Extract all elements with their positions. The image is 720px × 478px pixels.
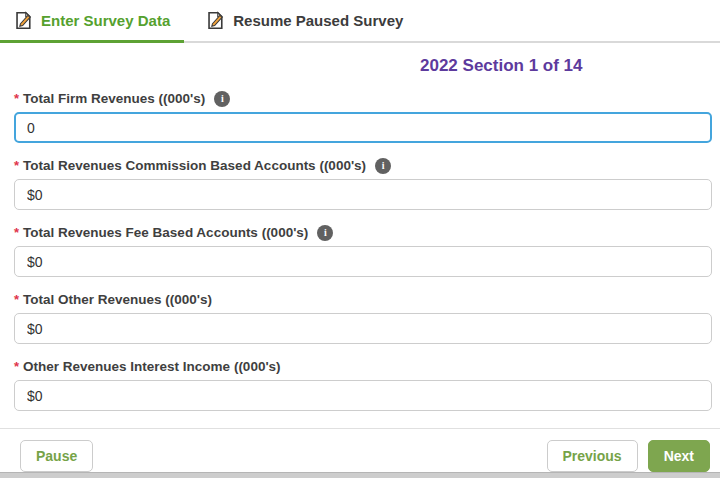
field-label: Total Revenues Commission Based Accounts… bbox=[23, 158, 366, 173]
next-button[interactable]: Next bbox=[648, 440, 710, 472]
section-title: 2022 Section 1 of 14 bbox=[420, 56, 583, 76]
info-icon[interactable]: i bbox=[214, 91, 230, 107]
field-label: Total Revenues Fee Based Accounts ((000'… bbox=[23, 225, 308, 240]
field-label-row: * Total Other Revenues ((000's) bbox=[14, 292, 712, 307]
form-field: * Other Revenues Interest Income ((000's… bbox=[14, 359, 712, 411]
form-field: * Total Firm Revenues ((000's) i bbox=[14, 91, 712, 143]
survey-page: Enter Survey Data Resume Paused Survey 2… bbox=[0, 0, 720, 478]
tab-label: Enter Survey Data bbox=[41, 12, 170, 29]
required-asterisk: * bbox=[14, 292, 19, 307]
edit-document-icon bbox=[206, 11, 225, 30]
required-asterisk: * bbox=[14, 359, 19, 374]
form-field: * Total Revenues Commission Based Accoun… bbox=[14, 158, 712, 210]
info-icon[interactable]: i bbox=[375, 158, 391, 174]
field-input[interactable] bbox=[14, 246, 712, 277]
required-asterisk: * bbox=[14, 225, 19, 240]
footer: Pause Previous Next bbox=[0, 428, 720, 472]
form-field: * Total Other Revenues ((000's) bbox=[14, 292, 712, 344]
tab-label: Resume Paused Survey bbox=[233, 12, 403, 29]
required-asterisk: * bbox=[14, 91, 19, 106]
survey-form: * Total Firm Revenues ((000's) i * Total… bbox=[0, 91, 720, 411]
field-label-row: * Total Firm Revenues ((000's) i bbox=[14, 91, 712, 106]
edit-document-icon bbox=[14, 11, 33, 30]
field-input[interactable] bbox=[14, 380, 712, 411]
field-label-row: * Total Revenues Commission Based Accoun… bbox=[14, 158, 712, 173]
field-input[interactable] bbox=[14, 112, 712, 143]
field-label-row: * Other Revenues Interest Income ((000's… bbox=[14, 359, 712, 374]
tab-resume-paused-survey[interactable]: Resume Paused Survey bbox=[192, 0, 417, 43]
field-label: Total Firm Revenues ((000's) bbox=[23, 91, 205, 106]
field-label-row: * Total Revenues Fee Based Accounts ((00… bbox=[14, 225, 712, 240]
pause-button[interactable]: Pause bbox=[20, 440, 93, 472]
tab-enter-survey-data[interactable]: Enter Survey Data bbox=[0, 0, 184, 43]
tab-bar: Enter Survey Data Resume Paused Survey bbox=[0, 0, 720, 43]
bottom-scrollbar-track[interactable] bbox=[0, 472, 720, 478]
info-icon[interactable]: i bbox=[317, 225, 333, 241]
field-input[interactable] bbox=[14, 313, 712, 344]
field-label: Total Other Revenues ((000's) bbox=[23, 292, 212, 307]
previous-button[interactable]: Previous bbox=[547, 440, 638, 472]
required-asterisk: * bbox=[14, 158, 19, 173]
form-field: * Total Revenues Fee Based Accounts ((00… bbox=[14, 225, 712, 277]
footer-divider bbox=[0, 428, 720, 429]
field-label: Other Revenues Interest Income ((000's) bbox=[23, 359, 281, 374]
field-input[interactable] bbox=[14, 179, 712, 210]
